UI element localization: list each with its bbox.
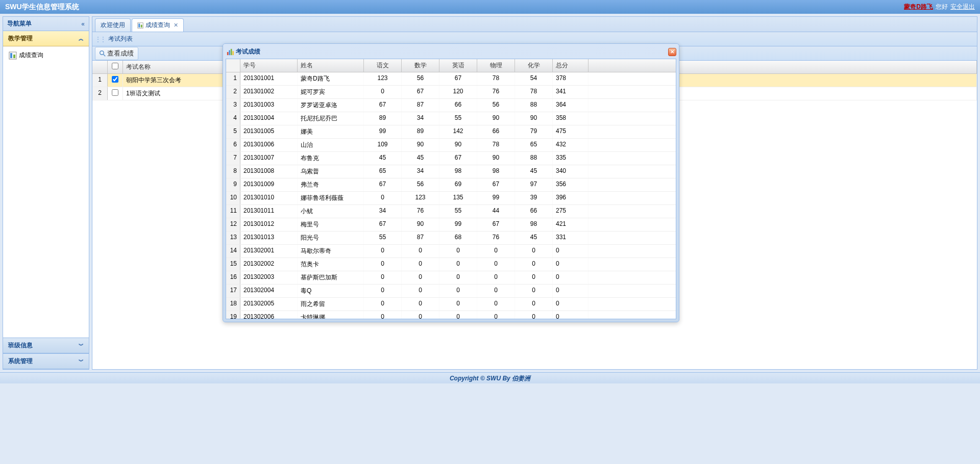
- col-math[interactable]: 数学: [402, 59, 439, 72]
- score-cell: 67: [364, 178, 402, 191]
- view-score-button[interactable]: 查看成绩: [95, 47, 138, 60]
- accordion-label: 教学管理: [8, 34, 33, 43]
- row-number: 19: [226, 311, 240, 319]
- student-name-cell: 卡特琳娜: [298, 311, 364, 319]
- total-cell: 358: [553, 112, 589, 125]
- col-chinese[interactable]: 语文: [364, 59, 402, 72]
- score-cell: 0: [402, 245, 439, 257]
- footer-copyright: Copyright © SWU By 伯姜洲: [0, 372, 980, 383]
- tab-welcome[interactable]: 欢迎使用: [95, 18, 131, 32]
- score-row[interactable]: 3201301003罗罗诺亚卓洛6787665688364: [226, 99, 676, 112]
- total-cell: 475: [553, 125, 589, 138]
- student-id-cell: 201301010: [240, 192, 298, 204]
- score-grid-body[interactable]: 1201301001蒙奇D路飞123566778543782201301002妮…: [226, 72, 676, 319]
- score-row[interactable]: 16201302003基萨斯巴加斯000000: [226, 271, 676, 285]
- student-id-cell: 201301005: [240, 125, 298, 138]
- score-row[interactable]: 14201302001马歇尔蒂奇000000: [226, 245, 676, 258]
- student-id-cell: 201301011: [240, 205, 298, 218]
- score-cell: 0: [439, 271, 477, 284]
- score-cell: 0: [364, 258, 402, 271]
- score-row[interactable]: 8201301008乌索普6534989845340: [226, 165, 676, 178]
- score-cell: 44: [477, 205, 515, 218]
- score-cell: 0: [515, 245, 553, 257]
- score-cell: 55: [439, 205, 477, 218]
- accordion-teaching-mgmt[interactable]: 教学管理 ︽: [3, 31, 89, 46]
- student-id-cell: 201301006: [240, 139, 298, 151]
- row-number: 5: [226, 125, 240, 138]
- chevron-down-icon: ︾: [79, 342, 84, 349]
- score-row[interactable]: 19201302006卡特琳娜000000: [226, 311, 676, 319]
- score-cell: 0: [402, 298, 439, 311]
- score-cell: 87: [402, 231, 439, 244]
- score-row[interactable]: 13201301013阳光号5587687645331: [226, 231, 676, 245]
- total-cell: 421: [553, 218, 589, 231]
- score-cell: 0: [477, 311, 515, 319]
- total-cell: 432: [553, 139, 589, 151]
- row-checkbox[interactable]: [108, 87, 123, 100]
- score-cell: 78: [515, 86, 553, 98]
- svg-rect-1: [10, 53, 12, 58]
- app-title: SWU学生信息管理系统: [5, 3, 79, 12]
- score-cell: 88: [515, 99, 553, 112]
- score-row[interactable]: 17201302004毒Q000000: [226, 285, 676, 298]
- score-cell: 0: [402, 258, 439, 271]
- student-name-cell: 阳光号: [298, 231, 364, 244]
- score-row[interactable]: 5201301005娜美99891426679475: [226, 125, 676, 139]
- score-cell: 87: [402, 99, 439, 112]
- score-row[interactable]: 7201301007布鲁克4545679088335: [226, 152, 676, 165]
- row-checkbox[interactable]: [108, 74, 123, 87]
- sidebar-collapse-icon[interactable]: «: [81, 20, 85, 28]
- col-physics[interactable]: 物理: [477, 59, 515, 72]
- tree-node-score-query[interactable]: 成绩查询: [6, 49, 86, 62]
- student-id-cell: 201302005: [240, 298, 298, 311]
- row-number: 10: [226, 192, 240, 204]
- score-row[interactable]: 10201301010娜菲鲁塔利薇薇01231359939396: [226, 192, 676, 205]
- modal-close-button[interactable]: ✕: [668, 48, 676, 56]
- col-student-id[interactable]: 学号: [240, 59, 298, 72]
- svg-point-6: [100, 50, 104, 55]
- accordion-class-info[interactable]: 班级信息 ︾: [3, 338, 89, 353]
- score-cell: 90: [515, 112, 553, 125]
- chart-bar-icon: [227, 48, 234, 56]
- total-cell: 0: [553, 311, 589, 319]
- score-row[interactable]: 12201301012梅里号6790996798421: [226, 218, 676, 231]
- tab-bar: 欢迎使用 成绩查询 ✕: [92, 17, 977, 32]
- row-number: 13: [226, 231, 240, 244]
- col-student-name[interactable]: 姓名: [298, 59, 364, 72]
- score-cell: 56: [477, 99, 515, 112]
- score-cell: 0: [364, 245, 402, 257]
- toolbar-drag-handle[interactable]: ⋮⋮: [95, 36, 105, 43]
- score-row[interactable]: 18201302005雨之希留000000: [226, 298, 676, 311]
- score-row[interactable]: 2201301002妮可罗宾0671207678341: [226, 86, 676, 99]
- score-cell: 120: [439, 86, 477, 98]
- score-row[interactable]: 15201302002范奥卡000000: [226, 258, 676, 271]
- score-cell: 0: [402, 311, 439, 319]
- score-cell: 39: [515, 192, 553, 204]
- score-cell: 0: [515, 271, 553, 284]
- score-cell: 90: [402, 218, 439, 231]
- accordion-system-mgmt[interactable]: 系统管理 ︾: [3, 353, 89, 369]
- accordion-label: 班级信息: [8, 341, 33, 350]
- col-chemistry[interactable]: 化学: [515, 59, 553, 72]
- score-row[interactable]: 4201301004托尼托尼乔巴8934559090358: [226, 112, 676, 125]
- col-header-checkbox[interactable]: [108, 61, 123, 73]
- score-cell: 67: [439, 72, 477, 85]
- current-user-link[interactable]: 蒙奇D路飞: [904, 3, 933, 11]
- col-total[interactable]: 总分: [553, 59, 589, 72]
- score-cell: 0: [364, 285, 402, 297]
- score-row[interactable]: 1201301001蒙奇D路飞12356677854378: [226, 72, 676, 86]
- tab-close-icon[interactable]: ✕: [174, 22, 178, 29]
- score-row[interactable]: 9201301009弗兰奇6756696797356: [226, 178, 676, 192]
- sidebar-title: 导航菜单: [7, 19, 32, 28]
- row-number: 14: [226, 245, 240, 257]
- score-row[interactable]: 6201301006山治10990907865432: [226, 139, 676, 152]
- score-cell: 34: [402, 112, 439, 125]
- col-english[interactable]: 英语: [439, 59, 477, 72]
- logout-link[interactable]: 安全退出: [950, 3, 975, 11]
- tab-score-query[interactable]: 成绩查询 ✕: [132, 18, 184, 32]
- score-row[interactable]: 11201301011小鱿3476554466275: [226, 205, 676, 218]
- score-cell: 54: [515, 72, 553, 85]
- row-number: 9: [226, 178, 240, 191]
- student-id-cell: 201301004: [240, 112, 298, 125]
- student-id-cell: 201301007: [240, 152, 298, 165]
